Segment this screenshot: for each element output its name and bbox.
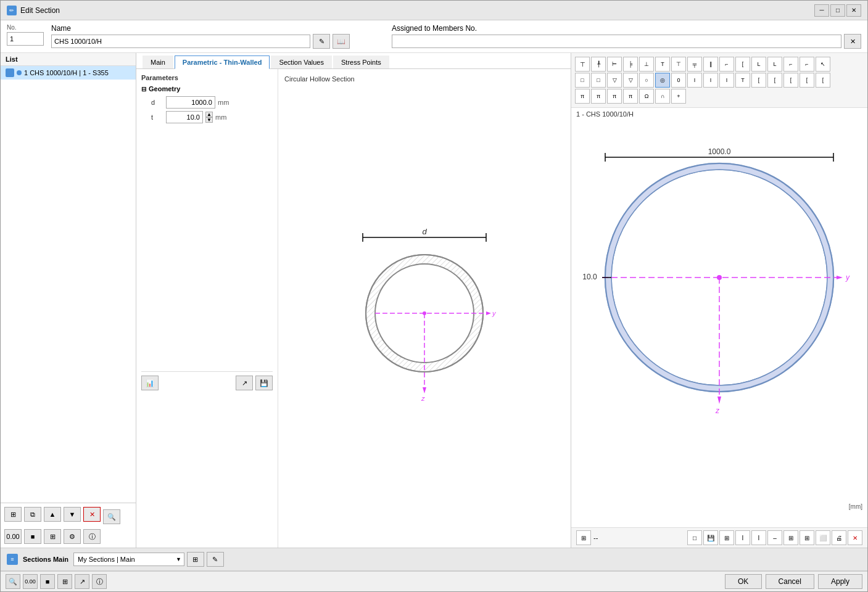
move-down-button[interactable]: ▼: [64, 507, 81, 522]
sec-type-13[interactable]: L: [767, 57, 782, 72]
value-button[interactable]: 0.00: [4, 529, 22, 544]
list-item[interactable]: 1 CHS 1000/10/H | 1 - S355: [1, 66, 136, 80]
status-btn-search[interactable]: 🔍: [6, 574, 20, 589]
sec-type-19[interactable]: ▽: [607, 73, 622, 88]
sec-type-15[interactable]: ⌐: [800, 57, 814, 72]
sections-dropdown[interactable]: My Sections | Main ▼: [73, 553, 184, 566]
view-btn-11[interactable]: ✕: [848, 530, 862, 545]
sec-type-5[interactable]: ⊥: [639, 57, 654, 72]
settings-button[interactable]: ⚙: [64, 529, 81, 544]
sec-type-4[interactable]: ╞: [623, 57, 638, 72]
tab-parametric[interactable]: Parametric - Thin-Walled: [175, 56, 270, 69]
bottom-tool-1[interactable]: ⊞: [576, 530, 591, 545]
view-btn-4[interactable]: I: [735, 530, 750, 545]
param-t-input[interactable]: [166, 111, 203, 123]
sec-type-6[interactable]: T: [655, 57, 670, 72]
sec-type-37[interactable]: Ω: [639, 89, 654, 104]
sec-type-33[interactable]: π: [575, 89, 590, 104]
assigned-clear-button[interactable]: ✕: [844, 34, 861, 49]
geometry-group[interactable]: ⊟ Geometry: [141, 85, 273, 92]
sec-type-10[interactable]: ⌐: [719, 57, 734, 72]
cancel-button[interactable]: Cancel: [766, 574, 814, 589]
status-btn-grid[interactable]: ⊞: [57, 574, 72, 589]
close-button[interactable]: ✕: [846, 4, 861, 17]
sec-type-36[interactable]: π: [623, 89, 638, 104]
sec-type-29[interactable]: [: [767, 73, 782, 88]
book-button[interactable]: 📖: [333, 34, 350, 49]
sec-type-3[interactable]: ⊢: [607, 57, 622, 72]
spin-down[interactable]: ▼: [205, 117, 213, 123]
view-btn-6[interactable]: –: [767, 530, 782, 545]
add-button[interactable]: ⊞: [4, 507, 22, 522]
sec-type-28[interactable]: [: [751, 73, 766, 88]
sec-type-30[interactable]: [: [783, 73, 798, 88]
sec-type-9[interactable]: ‖: [703, 57, 718, 72]
params-save-button[interactable]: 💾: [255, 376, 273, 390]
view-btn-1[interactable]: □: [687, 530, 702, 545]
status-btn-info[interactable]: ⓘ: [92, 574, 107, 589]
view-btn-5[interactable]: I: [751, 530, 766, 545]
edit-name-button[interactable]: ✎: [313, 34, 330, 49]
sec-type-1[interactable]: ⊤: [575, 57, 590, 72]
sec-type-25[interactable]: I: [703, 73, 718, 88]
status-btn-arrow[interactable]: ↗: [75, 574, 89, 589]
view-btn-8[interactable]: ⊞: [800, 530, 814, 545]
sec-type-24[interactable]: I: [687, 73, 702, 88]
copy-button[interactable]: ⧉: [24, 507, 41, 522]
maximize-button[interactable]: □: [830, 4, 845, 17]
sec-type-39[interactable]: +: [671, 89, 686, 104]
no-input[interactable]: [7, 32, 44, 46]
sec-type-8[interactable]: ╤: [687, 57, 702, 72]
param-t-label: t: [151, 113, 163, 121]
sec-type-21[interactable]: ○: [639, 73, 654, 88]
sec-type-32[interactable]: [: [816, 73, 830, 88]
minimize-button[interactable]: ─: [814, 4, 829, 17]
ok-button[interactable]: OK: [725, 574, 762, 589]
move-up-button[interactable]: ▲: [44, 507, 61, 522]
sec-type-27[interactable]: T: [735, 73, 750, 88]
square-button[interactable]: ■: [24, 529, 41, 544]
sec-type-26[interactable]: I: [719, 73, 734, 88]
sec-type-2[interactable]: ╀: [591, 57, 606, 72]
sections-edit-button[interactable]: ✎: [207, 552, 224, 567]
sec-type-22[interactable]: ◎: [655, 73, 670, 88]
sec-type-35[interactable]: π: [607, 89, 622, 104]
delete-button[interactable]: ✕: [83, 507, 101, 522]
tab-section-values[interactable]: Section Values: [271, 56, 332, 68]
status-btn-value[interactable]: 0.00: [23, 574, 38, 589]
view-btn-3[interactable]: ⊞: [719, 530, 734, 545]
table-button[interactable]: ⊞: [44, 529, 61, 544]
view-btn-2[interactable]: 💾: [703, 530, 718, 545]
sec-type-11[interactable]: [: [735, 57, 750, 72]
view-btn-9[interactable]: ⬜: [816, 530, 830, 545]
view-btn-10[interactable]: 🖨: [832, 530, 846, 545]
info-button[interactable]: ⓘ: [83, 529, 101, 544]
name-input[interactable]: [51, 35, 310, 48]
sec-type-34[interactable]: π: [591, 89, 606, 104]
sec-type-17[interactable]: □: [575, 73, 590, 88]
params-chart-button[interactable]: 📊: [141, 376, 159, 390]
params-export-button[interactable]: ↗: [236, 376, 253, 390]
spin-up[interactable]: ▲: [205, 112, 213, 117]
sections-add-button[interactable]: ⊞: [187, 552, 204, 567]
tab-main[interactable]: Main: [143, 56, 173, 68]
search-button[interactable]: 🔍: [103, 509, 120, 524]
sec-type-38[interactable]: ∩: [655, 89, 670, 104]
param-t-unit: mm: [215, 113, 226, 121]
view-btn-7[interactable]: ⊞: [783, 530, 798, 545]
sec-type-16[interactable]: ↖: [816, 57, 830, 72]
sec-type-31[interactable]: [: [800, 73, 814, 88]
status-btn-square[interactable]: ■: [40, 574, 55, 589]
tab-stress-points[interactable]: Stress Points: [333, 56, 389, 68]
sec-type-7[interactable]: ⊤: [671, 57, 686, 72]
apply-button[interactable]: Apply: [818, 574, 862, 589]
sec-type-23[interactable]: 0: [671, 73, 686, 88]
sec-type-18[interactable]: □: [591, 73, 606, 88]
param-d-input[interactable]: [166, 96, 215, 109]
no-group: No.: [7, 24, 44, 49]
sec-type-12[interactable]: L: [751, 57, 766, 72]
sec-type-20[interactable]: ▽: [623, 73, 638, 88]
param-t-row: t ▲ ▼ mm: [141, 110, 273, 125]
assigned-input[interactable]: [392, 35, 841, 48]
sec-type-14[interactable]: ⌐: [783, 57, 798, 72]
